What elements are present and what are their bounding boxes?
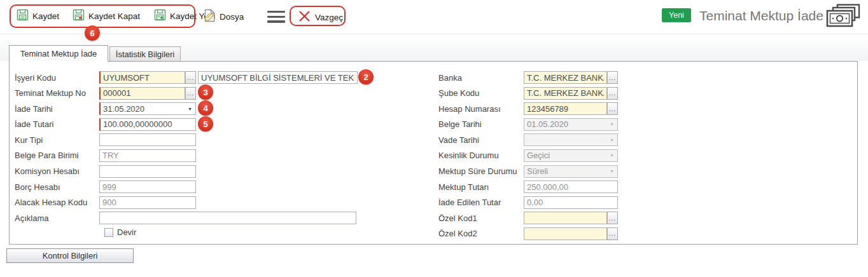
save-close-button[interactable]: Kaydet Kapat <box>70 8 143 24</box>
hesap-numarasi-input[interactable] <box>524 102 607 115</box>
isyeri-kodu-input[interactable] <box>99 71 185 84</box>
alacak-hesap-kodu-input[interactable] <box>99 196 196 209</box>
teminat-mektup-no-input[interactable] <box>99 87 185 100</box>
caret-down-icon: ▼ <box>610 153 615 158</box>
field-label: İade Tarihi <box>15 104 99 114</box>
alacak-hesap-kodu-field <box>99 196 196 209</box>
belge-para-birimi-field <box>99 149 196 162</box>
document-paperclip-icon <box>204 9 216 24</box>
field-label: İade Edilen Tutar <box>438 198 524 207</box>
field-row-iade-tarihi: İade Tarihi 31.05.2020 ▼ <box>15 102 358 115</box>
belge-para-birimi-input[interactable] <box>99 149 196 162</box>
caret-down-icon: ▼ <box>188 107 193 111</box>
red-x-icon <box>298 10 311 25</box>
iade-tutari-input[interactable] <box>99 118 196 131</box>
form-column-right: Banka ... Şube Kodu ... Hesap Numarası .… <box>438 71 618 243</box>
lookup-ellipsis-icon[interactable]: ... <box>607 212 618 224</box>
komisyon-hesabi-field <box>99 165 196 178</box>
form-panel: İşyeri Kodu ... Teminat Mektup No ... İa… <box>9 61 858 245</box>
annotation-badge-5: 5 <box>198 116 213 132</box>
lookup-ellipsis-icon[interactable]: ... <box>185 87 196 100</box>
field-row-iade-edilen-tutar: İade Edilen Tutar <box>438 196 618 209</box>
sube-kodu-field: ... <box>524 87 618 100</box>
save-button[interactable]: Kaydet <box>14 8 62 24</box>
field-row-mektup-tutari: Mektup Tutarı <box>438 180 618 193</box>
field-row-aciklama: Açıklama <box>15 212 358 224</box>
teminat-mektup-no-field: ... <box>99 87 196 100</box>
field-label: Mektup Tutarı <box>438 182 524 192</box>
belge-tarihi-value: 01.05.2020 <box>527 119 568 129</box>
field-row-kur-tipi: Kur Tipi <box>15 133 358 146</box>
save-floppy-icon <box>17 9 29 23</box>
tab-teminat-mektup-iade[interactable]: Teminat Mektup İade <box>9 45 108 62</box>
form-column-left: İşyeri Kodu ... Teminat Mektup No ... İa… <box>15 71 358 238</box>
hamburger-menu-icon[interactable] <box>267 11 285 25</box>
field-label: Açıklama <box>15 213 99 223</box>
borc-hesabi-input[interactable] <box>99 180 196 193</box>
caret-down-icon: ▼ <box>610 169 615 173</box>
annotation-badge-2: 2 <box>358 69 374 84</box>
iade-tutari-field <box>99 118 196 131</box>
mektup-sure-durumu-field: Süreli ▼ <box>524 165 618 178</box>
toolbar: Kaydet Kaydet Kapat Kaydet Yeni <box>0 0 868 34</box>
isyeri-adi-input[interactable] <box>198 71 358 84</box>
tab-label: Teminat Mektup İade <box>20 49 97 58</box>
field-label: İade Tutari <box>15 119 99 129</box>
isyeri-adi-field <box>198 71 358 84</box>
aciklama-input[interactable] <box>99 212 356 224</box>
field-row-vade-tarihi: Vade Tarihi ▼ <box>438 133 618 146</box>
hesap-numarasi-field: ... <box>524 102 618 115</box>
tab-label: İstatistik Bilgileri <box>116 50 174 59</box>
iade-edilen-tutar-field <box>524 196 618 209</box>
field-label: Hesap Numarası <box>438 104 524 114</box>
banka-input[interactable] <box>524 71 607 84</box>
mektup-sure-durumu-select: Süreli ▼ <box>524 165 618 178</box>
lookup-ellipsis-icon[interactable]: ... <box>607 87 618 100</box>
lookup-ellipsis-icon[interactable]: ... <box>607 71 618 84</box>
annotation-badge-6: 6 <box>85 25 100 41</box>
ozel-kod1-input[interactable] <box>524 212 607 224</box>
kesinlik-durumu-select: Geçici ▼ <box>524 149 618 162</box>
field-row-sube-kodu: Şube Kodu ... <box>438 87 618 100</box>
iade-tarihi-value: 31.05.2020 <box>103 104 144 114</box>
annotation-badge-3: 3 <box>198 84 213 100</box>
field-label: Vade Tarihi <box>438 135 524 145</box>
kontrol-bilgileri-button[interactable]: Kontrol Bilgileri <box>6 248 134 263</box>
status-badge: Yeni <box>662 8 691 22</box>
banka-field: ... <box>524 71 618 84</box>
iade-tarihi-datepicker[interactable]: 31.05.2020 ▼ <box>99 102 196 115</box>
belge-tarihi-field: 01.05.2020 ▼ <box>524 118 618 131</box>
annotation-badge-4: 4 <box>198 100 213 116</box>
cancel-button[interactable]: Vazgeç <box>295 8 346 26</box>
field-label: Teminat Mektup No <box>15 88 99 98</box>
field-label: Banka <box>438 73 524 83</box>
komisyon-hesabi-input[interactable] <box>99 165 196 178</box>
vade-tarihi-datepicker: ▼ <box>524 133 618 146</box>
lookup-ellipsis-icon[interactable]: ... <box>185 71 196 84</box>
file-button[interactable]: Dosya <box>201 8 246 25</box>
borc-hesabi-field <box>99 180 196 193</box>
field-row-iade-tutari: İade Tutari <box>15 118 358 131</box>
lookup-ellipsis-icon[interactable]: ... <box>607 227 618 240</box>
sube-kodu-input[interactable] <box>524 87 607 100</box>
field-row-hesap-numarasi: Hesap Numarası ... <box>438 102 618 115</box>
devir-checkbox[interactable] <box>104 228 113 237</box>
kur-tipi-input[interactable] <box>99 133 196 146</box>
field-label: Komisyon Hesabı <box>15 166 99 176</box>
field-row-teminat-mektup-no: Teminat Mektup No ... <box>15 87 358 100</box>
save-button-label: Kaydet <box>32 11 59 21</box>
field-row-belge-para-birimi: Belge Para Birimi <box>15 149 358 162</box>
ozel-kod2-input[interactable] <box>524 227 607 240</box>
field-row-komisyon-hesabi: Komisyon Hesabı <box>15 165 358 178</box>
field-row-mektup-sure-durumu: Mektup Süre Durumu Süreli ▼ <box>438 165 618 178</box>
save-close-button-label: Kaydet Kapat <box>88 11 140 21</box>
field-row-alacak-hesap-kodu: Alacak Hesap Kodu <box>15 196 358 209</box>
devir-checkbox-label: Devir <box>117 227 136 237</box>
lookup-ellipsis-icon[interactable]: ... <box>607 102 618 115</box>
caret-down-icon: ▼ <box>610 138 615 142</box>
tab-istatistik-bilgileri[interactable]: İstatistik Bilgileri <box>109 46 181 62</box>
caret-down-icon: ▼ <box>610 122 615 126</box>
field-label: Belge Para Birimi <box>15 151 99 160</box>
kur-tipi-field <box>99 133 196 146</box>
vade-tarihi-field: ▼ <box>524 133 618 146</box>
